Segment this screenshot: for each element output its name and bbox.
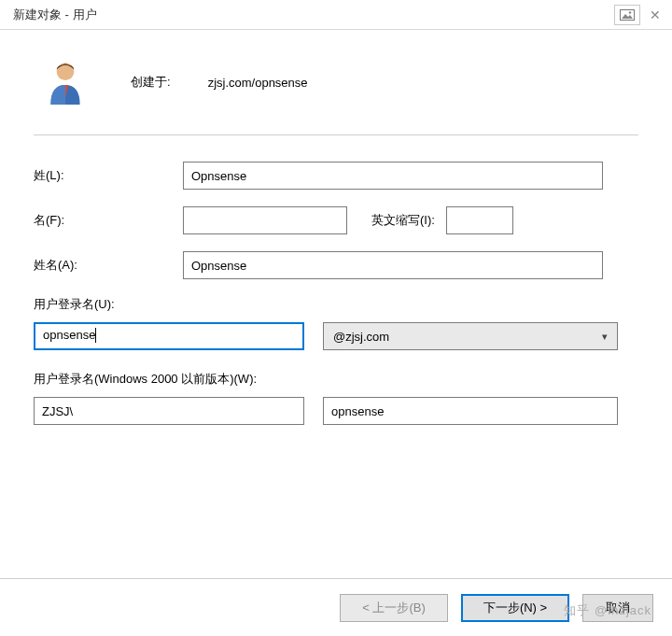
form-area: 姓(L): 名(F): 英文缩写(I): 姓名(A): 用户登录名(U): op…	[34, 135, 638, 425]
image-placeholder-icon[interactable]	[614, 5, 640, 25]
initials-input[interactable]	[446, 206, 513, 234]
header-section: 创建于: zjsj.com/opnsense	[34, 58, 638, 135]
surname-label: 姓(L):	[34, 167, 183, 184]
surname-input[interactable]	[183, 162, 603, 190]
row-surname: 姓(L):	[34, 162, 638, 190]
titlebar-controls: ✕	[614, 5, 665, 25]
pre2000-domain-input[interactable]	[34, 397, 304, 425]
dialog-content: 创建于: zjsj.com/opnsense 姓(L): 名(F): 英文缩写(…	[0, 30, 672, 455]
window-title: 新建对象 - 用户	[13, 7, 97, 23]
user-icon	[41, 58, 90, 106]
created-in-label: 创建于:	[131, 74, 171, 91]
userlogon-pre2000-label: 用户登录名(Windows 2000 以前版本)(W):	[34, 371, 638, 388]
row-givenname: 名(F): 英文缩写(I):	[34, 206, 638, 234]
domain-dropdown[interactable]: @zjsj.com ▾	[323, 322, 618, 350]
next-button[interactable]: 下一步(N) >	[461, 594, 569, 622]
row-userlogon: opnsense @zjsj.com ▾	[34, 322, 638, 350]
titlebar: 新建对象 - 用户 ✕	[0, 0, 672, 30]
button-bar: < 上一步(B) 下一步(N) > 取消	[0, 578, 672, 636]
initials-label: 英文缩写(I):	[371, 212, 435, 229]
domain-selected: @zjsj.com	[333, 330, 389, 344]
fullname-label: 姓名(A):	[34, 257, 183, 274]
cancel-button[interactable]: 取消	[582, 594, 653, 622]
pre2000-user-input[interactable]	[323, 397, 618, 425]
back-button: < 上一步(B)	[340, 594, 448, 622]
fullname-input[interactable]	[183, 251, 603, 279]
svg-marker-1	[622, 14, 633, 19]
userlogon-label: 用户登录名(U):	[34, 296, 638, 313]
userlogon-value: opnsense	[43, 328, 96, 345]
userlogon-input[interactable]: opnsense	[34, 322, 304, 350]
givenname-label: 名(F):	[34, 212, 183, 229]
svg-point-3	[57, 63, 75, 80]
svg-point-2	[629, 11, 632, 14]
row-fullname: 姓名(A):	[34, 251, 638, 279]
row-userlogon-pre2000	[34, 397, 638, 425]
givenname-input[interactable]	[183, 206, 347, 234]
close-icon[interactable]: ✕	[646, 7, 665, 22]
chevron-down-icon: ▾	[602, 331, 608, 343]
created-in-path: zjsj.com/opnsense	[208, 76, 308, 90]
